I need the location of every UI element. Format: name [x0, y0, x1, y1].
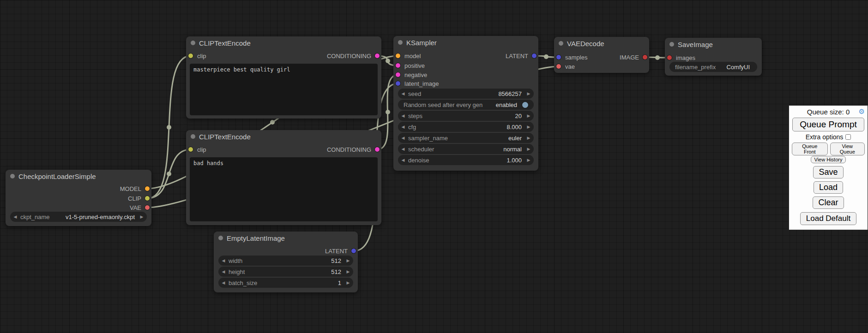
node-title-bar[interactable]: VAEDecode — [554, 37, 649, 50]
output-port-vae[interactable] — [145, 205, 150, 210]
increment-arrow-icon[interactable]: ▶ — [524, 91, 534, 96]
widget-sampler-name[interactable]: ◀ sampler_name euler ▶ — [398, 133, 534, 143]
clear-button[interactable]: Clear — [813, 196, 844, 209]
node-collapse-dot[interactable] — [10, 174, 15, 178]
widget-batch-size[interactable]: ◀ batch_size 1 ▶ — [218, 278, 353, 288]
widget-height[interactable]: ◀ height 512 ▶ — [218, 267, 353, 277]
output-label: CONDITIONING — [327, 146, 371, 153]
increment-arrow-icon[interactable]: ▶ — [343, 269, 353, 274]
node-title-bar[interactable]: EmptyLatentImage — [214, 232, 358, 244]
input-port-vae[interactable] — [556, 64, 561, 69]
input-port-samples[interactable] — [556, 55, 561, 59]
node-checkpoint-loader-simple[interactable]: CheckpointLoaderSimple MODEL CLIP VAE ◀ … — [6, 170, 151, 226]
widget-label: ckpt_name — [20, 214, 50, 220]
node-title-bar[interactable]: KSampler — [393, 36, 538, 49]
increment-arrow-icon[interactable]: ▶ — [343, 280, 353, 285]
increment-arrow-icon[interactable]: ▶ — [524, 125, 534, 129]
output-port-conditioning[interactable] — [375, 147, 380, 152]
input-port-negative[interactable] — [396, 72, 400, 77]
output-label: LATENT — [506, 53, 528, 59]
increment-arrow-icon[interactable]: ▶ — [524, 147, 534, 151]
node-save-image[interactable]: SaveImage images filename_prefix ComfyUI — [665, 38, 762, 76]
node-collapse-dot[interactable] — [191, 134, 195, 139]
node-collapse-dot[interactable] — [191, 41, 195, 45]
decrement-arrow-icon[interactable]: ◀ — [10, 214, 20, 219]
widget-width[interactable]: ◀ width 512 ▶ — [218, 256, 353, 266]
widget-random-seed-toggle[interactable]: Random seed after every gen enabled — [398, 100, 534, 110]
extra-options-checkbox[interactable] — [845, 134, 851, 140]
decrement-arrow-icon[interactable]: ◀ — [398, 91, 408, 96]
node-vae-decode[interactable]: VAEDecode samples IMAGE vae — [554, 37, 649, 73]
widget-scheduler[interactable]: ◀ scheduler normal ▶ — [398, 144, 534, 154]
node-title: CLIPTextEncode — [199, 39, 251, 47]
output-label: CONDITIONING — [327, 53, 371, 59]
output-port-conditioning[interactable] — [375, 54, 380, 58]
node-clip-text-encode-positive[interactable]: CLIPTextEncode clip CONDITIONING masterp… — [186, 36, 381, 119]
increment-arrow-icon[interactable]: ▶ — [137, 214, 147, 219]
node-empty-latent-image[interactable]: EmptyLatentImage LATENT ◀ width 512 ▶ ◀ … — [214, 232, 358, 292]
extra-options-label: Extra options — [806, 133, 844, 141]
decrement-arrow-icon[interactable]: ◀ — [398, 147, 408, 151]
decrement-arrow-icon[interactable]: ◀ — [398, 113, 408, 118]
widget-seed[interactable]: ◀ seed 8566257 ▶ — [398, 89, 534, 99]
widget-label: Random seed after every gen — [404, 101, 482, 108]
output-slot-model: MODEL — [6, 184, 151, 193]
node-title-bar[interactable]: CheckpointLoaderSimple — [6, 170, 151, 183]
queue-prompt-button[interactable]: Queue Prompt — [792, 118, 864, 131]
queue-front-button[interactable]: Queue Front — [792, 143, 828, 155]
input-port-latent-image[interactable] — [396, 81, 400, 86]
input-port-images[interactable] — [667, 55, 672, 60]
widget-label: cfg — [408, 124, 416, 131]
output-port-clip[interactable] — [145, 196, 150, 201]
node-graph-canvas[interactable]: CheckpointLoaderSimple MODEL CLIP VAE ◀ … — [0, 0, 868, 333]
load-default-button[interactable]: Load Default — [800, 212, 856, 225]
increment-arrow-icon[interactable]: ▶ — [524, 136, 534, 140]
node-ksampler[interactable]: KSampler model LATENT positive negative … — [393, 36, 538, 171]
node-title-bar[interactable]: SaveImage — [665, 38, 762, 51]
decrement-arrow-icon[interactable]: ◀ — [218, 258, 229, 263]
node-collapse-dot[interactable] — [559, 41, 563, 46]
load-button[interactable]: Load — [814, 181, 843, 194]
widget-label: seed — [408, 90, 421, 97]
increment-arrow-icon[interactable]: ▶ — [524, 158, 534, 162]
slot-row: clip CONDITIONING — [186, 51, 381, 60]
output-port-model[interactable] — [145, 186, 150, 191]
input-port-clip[interactable] — [188, 54, 193, 58]
view-history-button[interactable]: View History — [811, 156, 846, 163]
input-port-model[interactable] — [396, 54, 400, 58]
widget-ckpt-name[interactable]: ◀ ckpt_name v1-5-pruned-emaonly.ckpt ▶ — [10, 212, 147, 222]
node-clip-text-encode-negative[interactable]: CLIPTextEncode clip CONDITIONING bad han… — [186, 130, 381, 225]
toggle-on-indicator[interactable] — [522, 102, 528, 108]
settings-gear-icon[interactable]: ⚙ — [859, 107, 865, 116]
output-label: CLIP — [128, 195, 141, 202]
input-port-positive[interactable] — [396, 63, 400, 68]
node-collapse-dot[interactable] — [398, 40, 403, 45]
decrement-arrow-icon[interactable]: ◀ — [398, 136, 408, 140]
output-port-latent[interactable] — [351, 249, 356, 253]
prompt-textarea[interactable]: bad hands — [190, 157, 378, 221]
output-port-latent[interactable] — [532, 54, 536, 58]
node-collapse-dot[interactable] — [218, 236, 223, 240]
decrement-arrow-icon[interactable]: ◀ — [398, 158, 408, 162]
node-title-bar[interactable]: CLIPTextEncode — [186, 130, 381, 143]
input-label: positive — [404, 62, 425, 69]
input-label: latent_image — [404, 80, 439, 87]
output-port-image[interactable] — [643, 55, 647, 59]
node-collapse-dot[interactable] — [669, 42, 674, 47]
menu-panel: Queue size: 0 ⚙ Queue Prompt Extra optio… — [789, 105, 868, 230]
node-title-bar[interactable]: CLIPTextEncode — [186, 36, 381, 49]
widget-filename-prefix[interactable]: filename_prefix ComfyUI — [669, 62, 757, 72]
prompt-textarea[interactable]: masterpiece best quality girl — [190, 64, 378, 115]
widget-steps[interactable]: ◀ steps 20 ▶ — [398, 111, 534, 121]
decrement-arrow-icon[interactable]: ◀ — [218, 280, 229, 285]
widget-cfg[interactable]: ◀ cfg 8.000 ▶ — [398, 122, 534, 132]
decrement-arrow-icon[interactable]: ◀ — [398, 125, 408, 129]
widget-denoise[interactable]: ◀ denoise 1.000 ▶ — [398, 155, 534, 165]
increment-arrow-icon[interactable]: ▶ — [524, 113, 534, 118]
increment-arrow-icon[interactable]: ▶ — [343, 258, 353, 263]
save-button[interactable]: Save — [813, 166, 843, 178]
link-midpoint-dot — [386, 110, 390, 114]
input-port-clip[interactable] — [188, 147, 193, 152]
decrement-arrow-icon[interactable]: ◀ — [218, 269, 229, 274]
view-queue-button[interactable]: View Queue — [830, 143, 865, 155]
